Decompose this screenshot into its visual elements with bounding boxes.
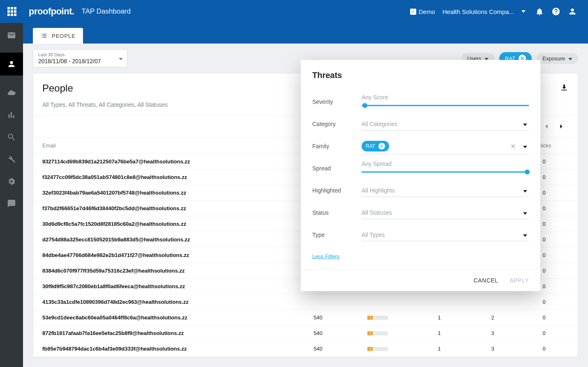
status-select[interactable]: All Statuses [362, 206, 529, 219]
notifications-icon[interactable] [531, 3, 548, 20]
caret-down-icon [119, 55, 123, 62]
family-clear-icon[interactable]: ✕ [510, 142, 516, 150]
nav-search-icon[interactable] [7, 132, 16, 142]
cell-email: f37bd2f66651e7d46f6d38440f2bc5dd@healths… [42, 205, 293, 211]
app-title: TAP Dashboard [82, 7, 131, 16]
caret-down-icon [523, 209, 527, 216]
highlighted-select[interactable]: All Highlights [362, 184, 529, 197]
caret-down-icon [521, 10, 526, 13]
cell-attack: 540 [293, 330, 343, 336]
chip-exposure[interactable]: Exposure [537, 53, 578, 64]
nav-chat-icon[interactable] [7, 199, 16, 209]
org-selector[interactable]: Health Solutions Compa... [443, 8, 526, 15]
cell-families: 1 [413, 330, 466, 336]
family-label: Family [312, 143, 362, 149]
cancel-button[interactable]: CANCEL [474, 277, 498, 284]
spread-label: Spread [312, 165, 362, 172]
top-bar: proofpoint. TAP Dashboard Demo Health So… [0, 0, 588, 23]
cell-email: 30f9d9f5c987c2080eb1a8f0ad6feeca@healths… [42, 283, 293, 289]
list-icon [40, 32, 48, 39]
left-nav [0, 23, 23, 367]
nav-tools-icon[interactable] [7, 154, 16, 164]
apply-button[interactable]: APPLY [510, 277, 529, 284]
cell-index [343, 316, 413, 320]
org-name: Health Solutions Compa... [443, 8, 514, 15]
date-range-label: Last 30 Days [38, 52, 112, 57]
less-filters-link[interactable]: Less Filters [312, 253, 339, 259]
severity-slider[interactable] [362, 101, 529, 110]
table-row[interactable]: 4135c33a1cdfe10890396d748d2ec963@healths… [33, 294, 578, 310]
nav-people-icon[interactable] [0, 53, 23, 76]
family-pill[interactable]: RAT [362, 141, 389, 151]
table-row[interactable]: 872fb1817afaab7fa16ee5efac25b8f9@healths… [33, 326, 578, 341]
chip-exposure-label: Exposure [542, 55, 565, 62]
status-label: Status [312, 209, 362, 216]
cell-email: 8384d6c070f977ff35d59a75316c23ef@healths… [42, 268, 293, 274]
cell-email: f32477cc09f5dc38a051ab574801c8e8@healths… [42, 174, 293, 180]
cell-index [343, 347, 413, 351]
date-range-picker[interactable]: Last 30 Days 2018/11/08 - 2018/12/07 [33, 49, 127, 67]
category-label: Category [312, 121, 362, 127]
demo-label: Demo [419, 8, 435, 15]
tab-people-label: PEOPLE [52, 33, 76, 39]
cell-email: 84dbe4ae47766d684e982e2b1d471f27@healths… [42, 252, 293, 258]
threats-filter-popover: Threats Severity Any Score Category All … [301, 60, 540, 291]
caret-down-icon [523, 187, 527, 194]
cell-families: 1 [413, 346, 466, 352]
cell-index [343, 331, 413, 335]
spread-slider[interactable] [362, 168, 529, 176]
cell-threats: 3 [466, 330, 519, 336]
nav-mail-icon[interactable] [7, 30, 16, 40]
caret-down-icon [523, 120, 527, 128]
nav-settings-icon[interactable] [7, 177, 16, 186]
family-select[interactable]: RAT ✕ [362, 138, 529, 154]
cell-clicks: 0 [519, 299, 569, 305]
cell-threats: 3 [466, 346, 519, 352]
severity-value: Any Score [362, 94, 529, 101]
category-select[interactable]: All Categories [362, 118, 529, 131]
demo-toggle[interactable]: Demo [410, 8, 435, 15]
account-icon[interactable] [564, 3, 581, 20]
sub-header: PEOPLE [23, 23, 588, 44]
tab-people[interactable]: PEOPLE [33, 28, 83, 44]
type-label: Type [312, 232, 362, 238]
next-page-button[interactable] [554, 119, 569, 134]
nav-analytics-icon[interactable] [7, 110, 16, 120]
cell-email: 872fb1817afaab7fa16ee5efac25b8f9@healths… [42, 330, 293, 336]
popover-title: Threats [312, 71, 529, 80]
help-icon[interactable] [548, 3, 564, 20]
family-pill-remove-icon[interactable] [378, 143, 385, 149]
cell-attack: 540 [293, 314, 343, 321]
severity-label: Severity [312, 99, 362, 105]
col-email: Email [42, 142, 293, 149]
type-select[interactable]: All Types [362, 229, 529, 241]
panel-title: People [42, 83, 73, 94]
spread-value: Any Spread [362, 161, 529, 167]
prev-page-button[interactable] [539, 119, 554, 134]
app-switcher-icon[interactable] [7, 7, 16, 16]
cell-clicks: 0 [519, 346, 569, 352]
highlighted-label: Highlighted [312, 187, 362, 194]
cell-email: 30d6d9cf8c5a7fc1520d8f28185c60a2@healths… [42, 221, 293, 227]
cell-clicks: 0 [519, 314, 569, 321]
cell-families: 1 [413, 314, 466, 321]
table-row[interactable]: 53e9cd1deec8abc60ea05a0464ff8c6a@healths… [33, 310, 578, 326]
category-value: All Categories [362, 121, 397, 127]
caret-down-icon [568, 55, 572, 62]
cell-clicks: 0 [519, 330, 569, 336]
status-value: All Statuses [362, 209, 392, 216]
cell-email: fb85e7b948794dac1c6b4af3e09d333f@healths… [42, 346, 293, 352]
family-pill-label: RAT [366, 143, 375, 149]
cell-attack: 540 [293, 346, 343, 352]
cell-email: 53e9cd1deec8abc60ea05a0464ff8c6a@healths… [42, 314, 293, 321]
cell-email: d2754d88a325ecc815052015b9a883d5@healths… [42, 236, 293, 243]
nav-cloud-icon[interactable] [7, 88, 16, 98]
cell-email: 32ef3023f4bab79ae6a5401207bf5748@healths… [42, 190, 293, 196]
cell-email: 4135c33a1cdfe10890396d748d2ec963@healths… [42, 299, 293, 305]
highlighted-value: All Highlights [362, 187, 395, 194]
caret-down-icon [523, 142, 527, 150]
download-button[interactable] [560, 83, 569, 94]
type-value: All Types [362, 232, 385, 238]
table-row[interactable]: fb85e7b948794dac1c6b4af3e09d333f@healths… [33, 341, 578, 357]
caret-down-icon [523, 231, 527, 239]
